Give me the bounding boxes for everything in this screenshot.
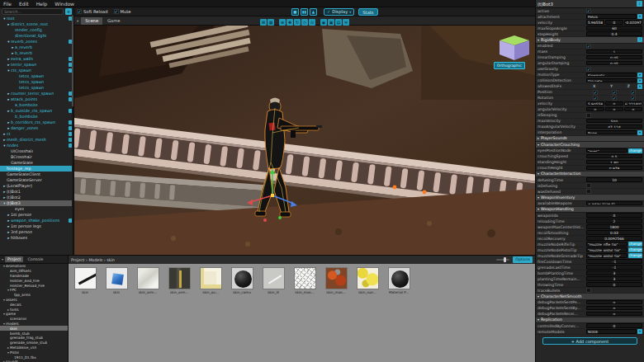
select-icon[interactable]: ⊕ bbox=[279, 19, 286, 26]
chevron-down-icon[interactable]: ▾ bbox=[637, 78, 642, 83]
checkbox-icon[interactable] bbox=[586, 189, 591, 194]
checkbox-icon[interactable] bbox=[586, 288, 591, 293]
asset-item[interactable]: skin_arm... bbox=[165, 267, 193, 294]
number-field[interactable]: 0.03 bbox=[586, 230, 642, 235]
asset-item[interactable]: skin bbox=[102, 267, 130, 294]
tree-item[interactable]: ▸ terror_spawn bbox=[0, 62, 73, 68]
tree-item[interactable]: ▸ 1st person bbox=[0, 212, 73, 218]
select-field[interactable]: Discrete bbox=[586, 78, 637, 83]
change-button[interactable]: change bbox=[628, 148, 642, 153]
number-field[interactable]: 0 bbox=[586, 312, 642, 317]
orthographic-button[interactable]: Orthographic bbox=[494, 62, 525, 69]
tree-item[interactable]: ▾ (t)Bot3 bbox=[0, 200, 73, 206]
select-field[interactable]: Kinematic bbox=[586, 73, 637, 78]
tree-item[interactable]: b_bombsite bbox=[0, 114, 73, 120]
tree-item[interactable]: a_bombsite bbox=[0, 102, 73, 108]
tree-item[interactable]: GameStateClient bbox=[0, 172, 73, 177]
chevron-down-icon[interactable]: ▾ bbox=[637, 14, 642, 19]
number-field[interactable]: 1.80 bbox=[586, 160, 642, 165]
toolbar-checkbox[interactable]: ✓ Mute bbox=[114, 9, 131, 14]
asset-thumbnail[interactable] bbox=[200, 267, 222, 289]
change-button[interactable]: change bbox=[628, 242, 642, 247]
checkbox-icon[interactable] bbox=[586, 183, 591, 188]
select-field[interactable]: Pelvis bbox=[586, 14, 637, 19]
checkbox-icon[interactable]: ✓ bbox=[586, 8, 591, 13]
asset-item[interactable]: skin_mas... bbox=[291, 267, 319, 294]
chevron-down-icon[interactable]: ▾ bbox=[537, 317, 539, 322]
section-header[interactable]: ▾ Replication bbox=[536, 317, 644, 324]
asset-item[interactable]: skin_mas... bbox=[322, 267, 350, 294]
section-header[interactable]: ▾ CharacterCrouching bbox=[536, 142, 644, 148]
checkbox-icon[interactable] bbox=[586, 113, 591, 118]
checkbox-icon[interactable]: ✓ bbox=[612, 96, 617, 101]
number-field[interactable]: 6.221405 bbox=[624, 101, 642, 106]
stop-button[interactable]: ■ bbox=[291, 8, 299, 16]
number-field[interactable]: 60 bbox=[586, 26, 642, 31]
text-field[interactable]: "muzzle_pistol_tip" bbox=[586, 247, 627, 252]
section-header[interactable]: ▾ RigidBody ? bbox=[536, 37, 644, 44]
number-field[interactable]: -1 bbox=[586, 259, 642, 264]
tree-item[interactable]: ▸ attack_points bbox=[0, 96, 73, 102]
asset-thumbnail[interactable] bbox=[357, 267, 379, 289]
number-field[interactable]: 10 bbox=[586, 177, 642, 182]
number-field[interactable]: 1800 bbox=[586, 224, 642, 229]
tree-item[interactable]: GameStateServer bbox=[0, 177, 73, 183]
number-field[interactable]: 0 bbox=[605, 101, 623, 106]
tree-item[interactable]: ▸ a_reverb bbox=[0, 45, 73, 50]
scrollbar-thumb[interactable] bbox=[72, 16, 73, 106]
tree-item[interactable]: render_config bbox=[0, 27, 73, 33]
tab-project[interactable]: Project bbox=[5, 256, 23, 262]
number-field[interactable]: 0.5 bbox=[586, 154, 642, 159]
tree-item[interactable]: ▸ weapon_shake_positions bbox=[0, 218, 73, 223]
tree-item[interactable]: ▸ extra_walls bbox=[0, 56, 73, 62]
menu-help[interactable]: Help bbox=[36, 1, 48, 7]
maximize-icon[interactable]: ⊞ bbox=[260, 19, 267, 26]
search-input[interactable] bbox=[2, 8, 64, 15]
toolbar-checkbox[interactable]: ✓ Soft Reload bbox=[77, 9, 108, 14]
tree-item[interactable]: ▸ hitboxes bbox=[0, 235, 73, 241]
scene-tree-scrollbar[interactable] bbox=[72, 16, 73, 255]
checkbox-icon[interactable]: ✓ bbox=[612, 90, 617, 95]
asset-thumbnail[interactable] bbox=[106, 267, 128, 289]
chevron-down-icon[interactable]: ▾ bbox=[77, 19, 78, 23]
add-component-button[interactable]: + Add component bbox=[542, 337, 637, 345]
number-field[interactable]: 1 bbox=[586, 49, 642, 54]
display-dropdown[interactable]: ✓ Display ▾ bbox=[324, 8, 354, 16]
add-entity-button[interactable]: + bbox=[65, 8, 72, 15]
tree-item[interactable]: ▸ b_reverb bbox=[0, 50, 73, 56]
asset-item[interactable]: skin_camo bbox=[228, 267, 256, 294]
tree-item[interactable]: ▸ 1st person legs bbox=[0, 223, 73, 229]
text-field[interactable]: "muzzle_pistol_tip" bbox=[586, 253, 627, 258]
asset-thumbnail[interactable] bbox=[388, 267, 410, 289]
number-field[interactable]: 0 bbox=[605, 20, 623, 25]
tree-item[interactable]: ▸ (t)Bot1 bbox=[0, 189, 73, 195]
chevron-right-icon[interactable]: ▸ bbox=[537, 136, 539, 140]
options-button[interactable]: Options bbox=[513, 256, 533, 263]
tree-item[interactable]: hostage_rep bbox=[0, 166, 73, 172]
rotate-icon[interactable]: ↻ bbox=[294, 19, 301, 26]
select-field[interactable]: None bbox=[586, 130, 637, 135]
asset-thumbnail[interactable] bbox=[325, 267, 348, 289]
asset-item[interactable]: Material P... bbox=[385, 267, 413, 294]
chevron-down-icon[interactable]: ▾ bbox=[537, 38, 539, 42]
number-field[interactable]: 0 bbox=[605, 107, 623, 112]
checkbox-icon[interactable]: ✓ bbox=[631, 90, 636, 95]
menu-window[interactable]: Window bbox=[54, 1, 74, 7]
section-header[interactable]: ▸ PlayerSounds bbox=[536, 136, 644, 143]
chevron-down-icon[interactable]: ▾ bbox=[537, 172, 539, 176]
number-field[interactable]: 0 bbox=[586, 306, 642, 311]
number-field[interactable]: 0 bbox=[586, 323, 642, 328]
tree-item[interactable]: ▸ b_corridors_cts_spawn bbox=[0, 120, 73, 125]
number-field[interactable]: 0 bbox=[586, 282, 642, 287]
camera-icon[interactable]: ◉ bbox=[320, 19, 327, 26]
asset-item[interactable]: skin_ao... bbox=[197, 267, 225, 294]
pause-button[interactable]: ▮▮ bbox=[301, 8, 308, 16]
number-field[interactable]: 0.0092566 bbox=[586, 236, 642, 241]
dof-options-button[interactable]: ▾ bbox=[637, 84, 642, 89]
tree-item[interactable]: ▸ counter_terror_spawn bbox=[0, 91, 73, 96]
checkbox-icon[interactable]: ✓ bbox=[631, 96, 636, 101]
asset-thumbnail[interactable] bbox=[168, 267, 191, 289]
wireframe-icon[interactable]: ▤ bbox=[335, 19, 342, 26]
tree-item[interactable]: ▸ mesh_district_mesh bbox=[0, 137, 73, 143]
tree-item[interactable]: ▸ danger_zones bbox=[0, 125, 73, 131]
